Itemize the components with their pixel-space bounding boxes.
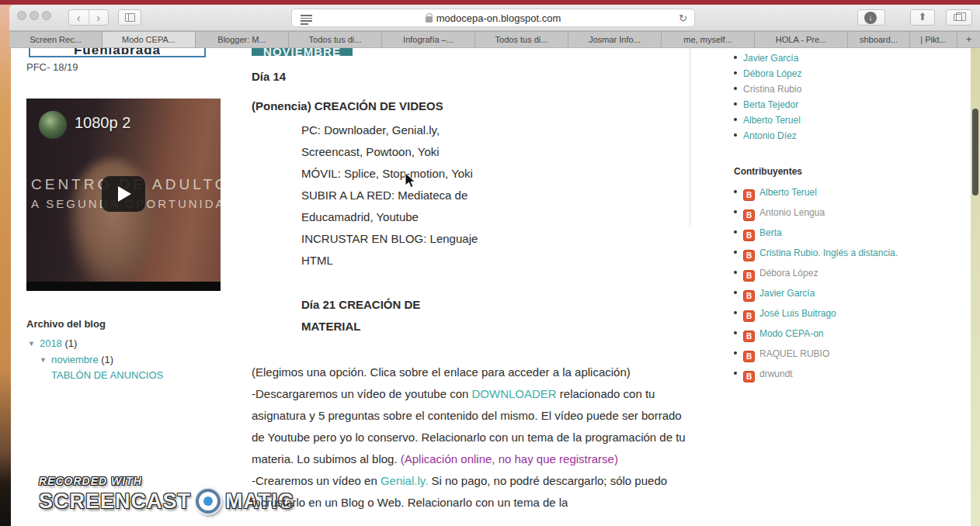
nav-button-group: ‹ ›	[68, 9, 109, 26]
contributor-label: Antonio Lengua	[759, 207, 825, 218]
share-button[interactable]: ⬆	[910, 9, 935, 26]
member-link[interactable]: Alberto Teruel	[743, 115, 801, 126]
downloader-link[interactable]: DOWNLOADER	[472, 387, 557, 400]
post-day21-heading-line2: MATERIAL	[301, 320, 360, 333]
sidebar-icon	[125, 13, 135, 22]
tab-screen-rec[interactable]: Screen Rec...	[9, 32, 103, 47]
page-content: Fuenlabrada PFC- 18/19 1080p 2 CENTRO DE…	[11, 48, 971, 526]
contributor-link[interactable]: Javier García	[759, 288, 815, 299]
tab-todos-tus-2[interactable]: Todos tus di...	[475, 32, 568, 47]
video-player[interactable]: 1080p 2 CENTRO DE ADULTOS A SEGUNDA OPOR…	[26, 99, 221, 291]
screencast-o-matic-icon	[196, 489, 221, 514]
contributor-row: BJosé Luis Buitrago	[734, 308, 836, 322]
forward-button[interactable]: ›	[89, 10, 109, 25]
tab-shboard[interactable]: shboard...	[848, 32, 910, 47]
play-button[interactable]	[102, 176, 145, 212]
scrollbar-thumb[interactable]	[972, 109, 978, 196]
window-minimize-button[interactable]	[30, 11, 39, 20]
member-row: Berta Tejedor	[734, 99, 798, 110]
play-icon	[118, 186, 131, 202]
contributor-link[interactable]: Berta	[759, 227, 782, 238]
archive-year-row: ▼2018 (1)	[28, 337, 77, 349]
address-bar[interactable]: modocepa-on.blogspot.com ↻	[291, 9, 695, 27]
member-row: Débora López	[734, 68, 801, 79]
para-purple-note: (Aplicación online, no hay que registrar…	[401, 452, 618, 465]
video-quality-label: 1080p 2	[75, 114, 130, 132]
contributor-row: BAlberto Teruel	[734, 187, 817, 201]
archive-year-link[interactable]: 2018	[40, 337, 62, 349]
para-intro: (Elegimos una opción. Clica sobre el enl…	[252, 365, 631, 379]
tab-modo-cepa-active[interactable]: Modo CEPA...	[103, 32, 196, 47]
contributor-label: drwundt	[759, 369, 793, 379]
tab-blogger[interactable]: Blogger: M...	[196, 32, 289, 47]
post-line: Screencast, Powtoon, Yoki	[301, 145, 440, 158]
blogger-icon: B	[743, 230, 755, 241]
blogger-icon: B	[743, 209, 755, 221]
blogger-icon: B	[743, 189, 755, 201]
contributor-row: BCristina Rubio. Inglés a distancia.	[734, 247, 898, 261]
post-line: HTML	[301, 254, 333, 267]
watermark-screencast: SCREENCAST	[39, 490, 191, 514]
tab-bar: Screen Rec... Modo CEPA... Blogger: M...…	[9, 31, 980, 48]
tab-infografia[interactable]: Infografía –...	[382, 32, 475, 47]
contributor-row: BRAQUEL RUBIO	[734, 348, 829, 362]
blogger-icon: B	[743, 270, 755, 282]
collapse-arrow-icon[interactable]: ▼	[28, 340, 35, 348]
blogger-icon: B	[743, 290, 755, 302]
contributor-link[interactable]: Modo CEPA-on	[759, 328, 823, 339]
archive-month-link[interactable]: noviembre	[51, 354, 99, 365]
member-link[interactable]: Antonio Díez	[743, 130, 797, 141]
contributor-link[interactable]: Cristina Rubio. Inglés a distancia.	[759, 247, 898, 258]
contributor-row: Bdrwundt	[734, 369, 793, 382]
tab-hola-pre[interactable]: HOLA - Pre...	[755, 32, 848, 47]
member-link[interactable]: Javier García	[743, 53, 798, 64]
contributor-label: RAQUEL RUBIO	[759, 348, 829, 359]
window-close-button[interactable]	[17, 11, 26, 20]
browser-toolbar: ‹ › modocepa-on.blogspot.com ↻ ↓ ⬆	[9, 5, 980, 31]
download-icon: ↓	[864, 12, 877, 24]
post-line: SUBIR A LA RED: Mediateca de	[301, 189, 467, 202]
member-link[interactable]: Débora López	[743, 68, 801, 79]
genially-link[interactable]: Genial.ly.	[381, 474, 428, 487]
post-line: MÓVIL: Splice, Stop-motion, Yoki	[301, 167, 473, 180]
tab-me-myself[interactable]: me, myself...	[662, 32, 755, 47]
post-paragraph: (Elegimos una opción. Clica sobre el enl…	[252, 362, 686, 514]
contributor-row: BDébora López	[734, 268, 818, 282]
tab-todos-tus-1[interactable]: Todos tus di...	[289, 32, 382, 47]
blog-header-button-clipped[interactable]: Fuenlabrada	[29, 48, 206, 57]
collapse-arrow-icon[interactable]: ▼	[40, 356, 47, 364]
downloads-button[interactable]: ↓	[857, 9, 885, 26]
contributor-row: BAntonio Lengua	[734, 207, 825, 221]
tab-pikt[interactable]: | Pikt...	[910, 32, 957, 47]
blogger-icon: B	[743, 371, 755, 382]
contributor-link[interactable]: José Luis Buitrago	[759, 308, 836, 319]
scrollbar-track[interactable]	[971, 48, 980, 526]
post-line: INCRUSTAR EN BLOG: Lenguaje	[301, 232, 478, 245]
member-link[interactable]: Berta Tejedor	[743, 99, 798, 110]
blogger-icon: B	[743, 310, 755, 322]
tabs-icon	[954, 14, 962, 21]
channel-avatar	[39, 111, 67, 139]
post-line: Educamadrid, Youtube	[301, 210, 419, 223]
blogger-icon: B	[743, 330, 755, 342]
window-zoom-button[interactable]	[42, 11, 51, 20]
back-button[interactable]: ‹	[69, 10, 89, 25]
contributor-row: BJavier García	[734, 288, 815, 302]
para-seg3: -Crearemos un vídeo en	[252, 474, 381, 487]
blogger-icon: B	[743, 351, 755, 362]
archive-post-link[interactable]: TABLÓN DE ANUNCIOS	[51, 369, 163, 381]
tab-josmar[interactable]: Josmar Info...	[568, 32, 662, 47]
contributor-link[interactable]: Alberto Teruel	[759, 187, 817, 198]
sidebar-toggle-button[interactable]	[118, 9, 141, 26]
reload-icon[interactable]: ↻	[679, 12, 687, 24]
para-seg1: -Descargaremos un vídeo de youtube con	[252, 387, 472, 400]
member-row: Javier García	[734, 53, 798, 64]
post-date-header-clipped: NOVIEMBRE	[252, 48, 353, 56]
column-divider	[690, 48, 690, 227]
contributor-label: Débora López	[759, 268, 818, 279]
tab-overview-button[interactable]	[946, 9, 972, 26]
new-tab-button[interactable]: +	[957, 32, 980, 47]
post-day14-heading: Día 14	[252, 70, 286, 83]
member-label: Cristina Rubio	[743, 84, 801, 95]
mouse-cursor	[405, 172, 417, 189]
